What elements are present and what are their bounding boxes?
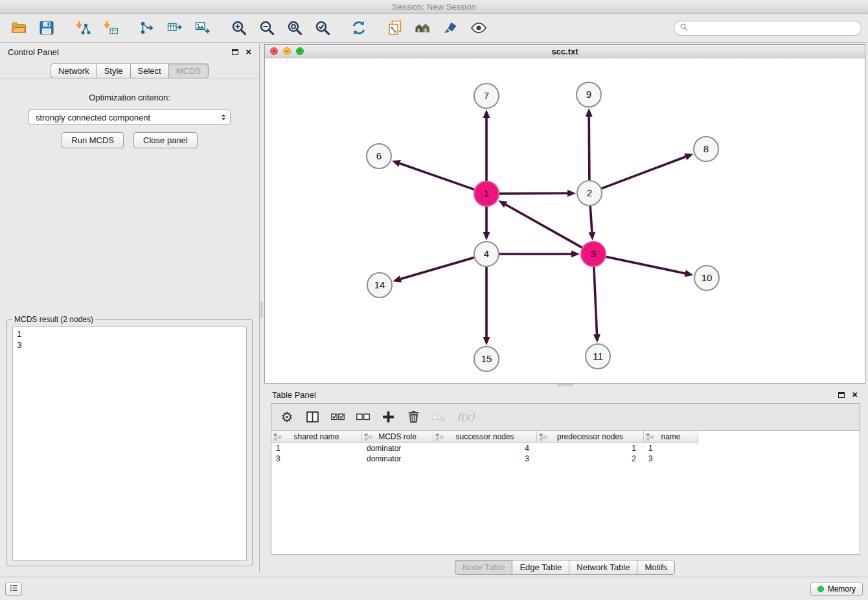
float-control-panel-icon[interactable] (232, 49, 238, 55)
tab-motifs[interactable]: Motifs (637, 560, 675, 575)
graph-node-1[interactable]: 1 (474, 181, 499, 206)
svg-text:15: 15 (481, 353, 492, 364)
network-view-window: ×−+ scc.txt 7968124314101511 (264, 44, 865, 384)
close-window-button[interactable]: × (270, 47, 278, 55)
graph-edge-1-7[interactable] (483, 110, 490, 181)
mcds-result-list[interactable]: 1 3 (12, 327, 247, 560)
graph-node-4[interactable]: 4 (474, 242, 499, 266)
tab-select[interactable]: Select (130, 63, 169, 78)
zoom-in-icon[interactable] (229, 18, 249, 38)
graph-edge-2-8[interactable] (602, 154, 694, 189)
optimization-criterion-label: Optimization criterion: (0, 93, 259, 102)
unselect-all-columns-icon[interactable] (354, 408, 372, 426)
delete-columns-icon[interactable] (404, 408, 422, 426)
tab-mcds[interactable]: MCDS (168, 63, 209, 78)
maximize-window-button[interactable]: + (296, 47, 304, 55)
graph-edge-3-11[interactable] (593, 267, 600, 343)
close-control-panel-icon[interactable]: × (246, 48, 251, 56)
tab-node-table[interactable]: Node Table (455, 560, 513, 575)
first-neighbors-icon[interactable] (413, 18, 433, 38)
network-overview-icon[interactable] (385, 18, 405, 38)
window-titlebar[interactable]: Session: New Session (0, 0, 868, 14)
table-panel-header: Table Panel × (264, 386, 865, 403)
close-table-panel-icon[interactable]: × (852, 391, 858, 398)
column-header-successor-nodes[interactable]: successor nodes (433, 431, 537, 443)
search-icon (680, 23, 689, 34)
graph-node-8[interactable]: 8 (694, 137, 718, 161)
graph-edge-1-6[interactable] (392, 160, 474, 189)
graph-edge-4-3[interactable] (499, 251, 580, 258)
table-panel-header-icons: × (838, 391, 858, 398)
graph-node-15[interactable]: 15 (474, 347, 499, 371)
tab-edge-table[interactable]: Edge Table (512, 560, 569, 575)
zoom-selected-region-icon[interactable] (313, 18, 332, 38)
float-table-panel-icon[interactable] (838, 392, 845, 398)
graph-node-2[interactable]: 2 (577, 181, 602, 205)
column-header-shared-name[interactable]: shared name (271, 431, 362, 443)
annotation-brush-icon[interactable] (441, 18, 461, 38)
graph-node-14[interactable]: 14 (367, 273, 392, 297)
graph-edge-3-1[interactable] (498, 200, 582, 248)
tab-network-table[interactable]: Network Table (569, 560, 637, 575)
column-type-icon (646, 433, 654, 441)
tab-style[interactable]: Style (97, 63, 131, 78)
table-header-row: shared nameMCDS rolesuccessor nodesprede… (271, 431, 860, 443)
graph-node-6[interactable]: 6 (367, 144, 391, 168)
search-input[interactable] (691, 23, 856, 33)
graph-edge-2-3[interactable] (588, 206, 595, 240)
table-cell: dominator (362, 454, 433, 464)
column-label: name (661, 432, 680, 441)
table-row[interactable]: 3dominator323 (271, 454, 860, 464)
column-header-predecessor-nodes[interactable]: predecessor nodes (537, 431, 644, 443)
traffic-lights: ×−+ (270, 47, 304, 55)
tab-network[interactable]: Network (51, 63, 97, 78)
column-header-MCDS-role[interactable]: MCDS role (362, 431, 433, 443)
graph-node-9[interactable]: 9 (577, 82, 601, 107)
optimization-criterion-select[interactable]: strongly connected component (29, 110, 231, 125)
memory-button[interactable]: Memory (810, 582, 863, 596)
close-panel-button[interactable]: Close panel (133, 132, 198, 148)
log-console-button[interactable] (5, 582, 22, 596)
run-mcds-button[interactable]: Run MCDS (62, 132, 124, 148)
create-new-column-icon[interactable] (379, 408, 397, 426)
zoom-fit-content-icon[interactable] (285, 18, 304, 38)
graph-edge-4-14[interactable] (393, 258, 474, 283)
import-network-from-file-icon[interactable] (73, 18, 93, 38)
main-toolbar (0, 14, 868, 43)
graph-edge-4-15[interactable] (483, 267, 490, 345)
graph-edge-1-2[interactable] (499, 190, 576, 197)
graph-edge-2-9[interactable] (586, 108, 593, 180)
table-mode-icon[interactable]: ⚙ (278, 408, 296, 426)
column-label: successor nodes (455, 432, 514, 441)
open-session-icon[interactable] (9, 18, 29, 38)
table-toolbar: ⚙f(x) (271, 404, 860, 431)
graph-node-10[interactable]: 10 (694, 266, 719, 290)
control-panel-tabs: NetworkStyleSelectMCDS (0, 63, 259, 78)
graph-edge-1-4[interactable] (483, 207, 490, 240)
search-box[interactable] (674, 21, 862, 36)
graph-edge-3-10[interactable] (606, 257, 694, 277)
svg-text:7: 7 (484, 90, 489, 101)
select-all-columns-icon[interactable] (328, 408, 347, 426)
column-header-name[interactable]: name (644, 431, 698, 443)
svg-text:8: 8 (703, 143, 709, 154)
export-network-icon[interactable] (137, 18, 157, 38)
minimize-window-button[interactable]: − (283, 47, 291, 55)
apply-layout-icon[interactable] (349, 18, 369, 38)
graph-node-11[interactable]: 11 (586, 344, 610, 369)
graph-node-3[interactable]: 3 (581, 242, 606, 266)
zoom-out-icon[interactable] (257, 18, 277, 38)
export-image-icon[interactable] (193, 18, 212, 38)
show-columns-icon[interactable] (303, 408, 321, 426)
show-graphics-details-icon[interactable] (469, 18, 488, 38)
network-window-titlebar[interactable]: ×−+ scc.txt (265, 45, 865, 58)
table-cell: 3 (644, 454, 698, 464)
mcds-result-title: MCDS result (2 nodes) (12, 315, 95, 324)
save-session-icon[interactable] (37, 18, 56, 38)
export-table-icon[interactable] (165, 18, 185, 38)
vertical-splitter[interactable] (260, 43, 264, 573)
network-graph[interactable]: 7968124314101511 (265, 58, 865, 383)
table-row[interactable]: 1dominator411 (271, 443, 860, 454)
import-table-from-file-icon[interactable] (101, 18, 120, 38)
graph-node-7[interactable]: 7 (474, 84, 499, 108)
